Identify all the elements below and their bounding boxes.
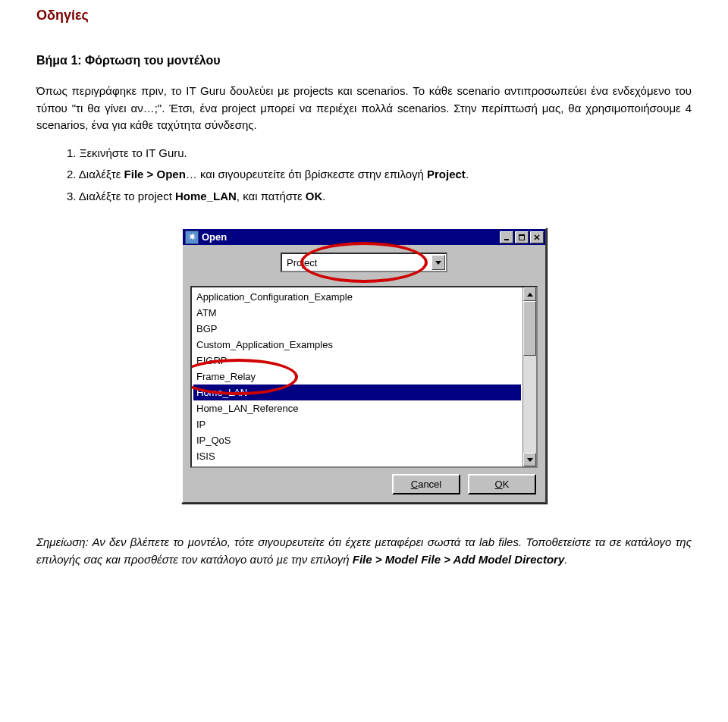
step-2-text-a: 2. Διαλέξτε bbox=[67, 168, 124, 180]
list-item[interactable]: Frame_Relay bbox=[193, 369, 521, 385]
step-heading: Βήμα 1: Φόρτωση του μοντέλου bbox=[36, 54, 692, 67]
ok-button[interactable]: OK bbox=[468, 474, 536, 494]
open-dialog-screenshot: ✷ Open Project bbox=[36, 228, 692, 504]
list-item[interactable]: ISIS bbox=[193, 448, 521, 464]
svg-marker-7 bbox=[527, 458, 533, 462]
step-3-text-c: . bbox=[322, 190, 325, 202]
page-title: Οδηγίες bbox=[36, 8, 692, 24]
list-item[interactable]: LANE bbox=[193, 464, 521, 466]
list-item[interactable]: ATM bbox=[193, 305, 521, 321]
svg-rect-0 bbox=[504, 239, 509, 240]
app-icon: ✷ bbox=[185, 231, 199, 244]
svg-marker-5 bbox=[435, 261, 441, 265]
list-item[interactable]: Custom_Application_Examples bbox=[193, 337, 521, 353]
note-paragraph: Σημείωση: Αν δεν βλέπετε το µοντέλο, τότ… bbox=[36, 534, 692, 568]
step-3-text-b: , και πατήστε bbox=[237, 190, 306, 202]
dialog-titlebar: ✷ Open bbox=[183, 229, 545, 245]
step-3-text-a: 3. Διαλέξτε το project bbox=[67, 190, 175, 202]
step-2-text-b: … και σιγουρευτείτε ότι βρίσκεστε στην ε… bbox=[186, 168, 427, 180]
intro-paragraph: Όπως περιγράφηκε πριν, το IT Guru δουλεύ… bbox=[36, 83, 692, 134]
close-button[interactable] bbox=[530, 231, 544, 243]
svg-marker-6 bbox=[527, 293, 533, 297]
list-item[interactable]: IP bbox=[193, 416, 521, 432]
type-combo-value: Project bbox=[287, 257, 431, 268]
list-item[interactable]: BGP bbox=[193, 321, 521, 337]
note-text-b: . bbox=[564, 553, 567, 566]
step-2-bold-1: File > Open bbox=[124, 168, 186, 180]
project-listbox[interactable]: Application_Configuration_ExampleATMBGPC… bbox=[190, 286, 538, 468]
scroll-down-button[interactable] bbox=[523, 453, 536, 466]
scroll-track[interactable] bbox=[523, 301, 536, 453]
list-item[interactable]: Home_LAN_Reference bbox=[193, 400, 521, 416]
maximize-button[interactable] bbox=[515, 231, 529, 243]
list-item[interactable]: Home_LAN bbox=[193, 385, 521, 400]
scroll-up-button[interactable] bbox=[523, 287, 536, 301]
step-2: 2. Διαλέξτε File > Open… και σιγουρευτεί… bbox=[67, 166, 692, 184]
open-dialog: ✷ Open Project bbox=[181, 228, 547, 504]
svg-rect-2 bbox=[519, 234, 525, 236]
step-2-text-c: . bbox=[466, 168, 469, 180]
step-3-bold-2: OK bbox=[306, 190, 323, 202]
step-3: 3. Διαλέξτε το project Home_LAN, και πατ… bbox=[67, 188, 692, 206]
step-list: 1. Ξεκινήστε το IT Guru. 2. Διαλέξτε Fil… bbox=[67, 145, 692, 206]
step-3-bold-1: Home_LAN bbox=[175, 190, 237, 202]
step-2-bold-2: Project bbox=[427, 168, 466, 180]
note-bold: File > Model File > Add Model Directory bbox=[353, 553, 565, 566]
minimize-button[interactable] bbox=[500, 231, 513, 243]
scroll-thumb[interactable] bbox=[523, 301, 536, 356]
chevron-down-icon[interactable] bbox=[431, 255, 445, 270]
list-scrollbar[interactable] bbox=[522, 287, 536, 466]
list-item[interactable]: EIGRP bbox=[193, 353, 521, 369]
step-1: 1. Ξεκινήστε το IT Guru. bbox=[67, 145, 692, 162]
list-item[interactable]: IP_QoS bbox=[193, 432, 521, 448]
cancel-button[interactable]: Cancel bbox=[392, 474, 460, 494]
list-item[interactable]: Application_Configuration_Example bbox=[193, 289, 521, 305]
type-combo[interactable]: Project bbox=[281, 253, 447, 272]
dialog-title: Open bbox=[202, 231, 498, 243]
